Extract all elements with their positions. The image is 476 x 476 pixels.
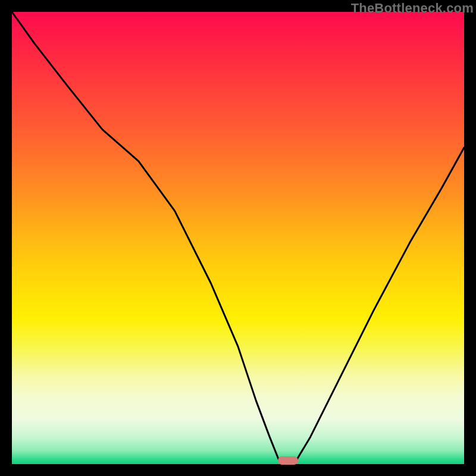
chart-frame: TheBottleneck.com bbox=[0, 0, 476, 476]
watermark-text: TheBottleneck.com bbox=[351, 1, 474, 16]
heat-gradient-background bbox=[12, 12, 464, 464]
optimum-marker bbox=[278, 456, 298, 465]
plot-area bbox=[12, 12, 464, 464]
